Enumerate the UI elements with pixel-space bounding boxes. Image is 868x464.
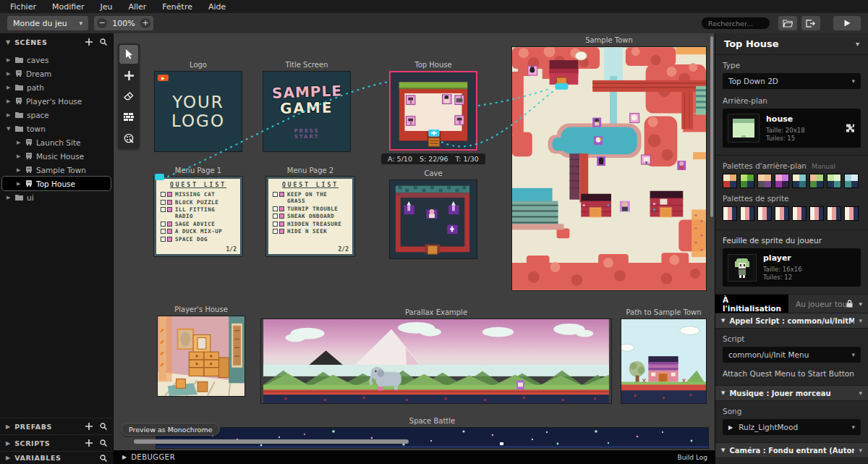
scene-sample-town[interactable]: Sample Town bbox=[511, 46, 707, 291]
inspector-title: Top House bbox=[724, 38, 779, 49]
add-tool-button[interactable] bbox=[119, 66, 138, 85]
toolbar: Monde du jeu ▾ − 100% + bbox=[0, 13, 868, 33]
palette-swatch[interactable] bbox=[844, 206, 859, 221]
tree-item-sample-town[interactable]: ▶Sample Town bbox=[2, 163, 111, 177]
event-camera-fade-header[interactable]: ▼ Caméra : Fondu entrant (Automatic) ▾ bbox=[715, 443, 868, 458]
prefabs-section-header[interactable]: ▶ PREFABS bbox=[0, 418, 113, 434]
search-scripts-button[interactable] bbox=[100, 439, 107, 447]
open-project-folder-button[interactable] bbox=[778, 16, 797, 30]
zoom-in-button[interactable]: + bbox=[140, 18, 150, 28]
tree-item-caves[interactable]: ▶caves bbox=[2, 53, 111, 67]
tree-item-top-house[interactable]: ▶Top House bbox=[2, 177, 111, 190]
event-call-script-header[interactable]: ▼ Appel Script : common/ui/InitMenu ▾ bbox=[715, 313, 868, 329]
tab-on-init[interactable]: À l'initialisation bbox=[715, 295, 788, 313]
select-tool-button[interactable] bbox=[119, 45, 138, 64]
build-log-link[interactable]: Build Log bbox=[677, 454, 707, 461]
play-icon[interactable]: ▶ bbox=[728, 424, 733, 431]
inspector-header[interactable]: Top House ▾ bbox=[715, 33, 868, 55]
tree-item-players-house[interactable]: ▶Player's House bbox=[2, 94, 111, 108]
scene-logo[interactable]: Logo ▶ YOURLOGO bbox=[154, 71, 242, 152]
menu-aller[interactable]: Aller bbox=[128, 2, 146, 12]
scene-menu-page-2[interactable]: Menu Page 2 QUEST LIST KEEP ON THE GRASS… bbox=[266, 177, 354, 256]
palette-swatch[interactable] bbox=[827, 174, 841, 188]
chevron-down-icon: ▾ bbox=[79, 20, 82, 27]
palette-swatch[interactable] bbox=[775, 206, 789, 221]
scene-players-house[interactable]: Player's House bbox=[157, 316, 245, 397]
tree-item-launch-site[interactable]: ▶Launch Site bbox=[2, 135, 111, 149]
puzzle-piece-icon[interactable] bbox=[846, 124, 855, 133]
eraser-tool-button[interactable] bbox=[119, 87, 138, 106]
scene-top-house[interactable]: Top House bbox=[389, 71, 477, 151]
horizontal-scrollbar[interactable] bbox=[134, 439, 409, 444]
debugger-toggle[interactable]: ▶ DEBUGGER bbox=[122, 453, 175, 461]
search-scenes-button[interactable] bbox=[100, 38, 107, 46]
tree-item-ui[interactable]: ▶ui bbox=[2, 190, 111, 204]
palette-swatch[interactable] bbox=[809, 174, 824, 188]
menu-fichier[interactable]: Fichier bbox=[10, 2, 36, 12]
script-select[interactable]: common/ui/Init Menu ▾ bbox=[723, 347, 861, 363]
caret-right-icon: ▶ bbox=[7, 98, 12, 104]
palette-swatch[interactable] bbox=[792, 174, 807, 188]
palette-swatch[interactable] bbox=[757, 206, 772, 221]
menu-jeu[interactable]: Jeu bbox=[100, 2, 112, 12]
scene-space-battle[interactable]: Space Battle bbox=[156, 427, 709, 449]
scene-menu-page-1[interactable]: Menu Page 1 QUEST LIST MISSING CAT BLOCK… bbox=[154, 177, 242, 256]
scenes-section-header[interactable]: ▼ SCÈNES bbox=[0, 33, 113, 51]
palette-swatch[interactable] bbox=[844, 174, 859, 188]
play-icon bbox=[843, 20, 851, 27]
event-play-music-header[interactable]: ▼ Musique : Jouer morceau ▾ bbox=[715, 386, 868, 401]
chevron-down-icon: ▾ bbox=[851, 77, 855, 85]
player-sprite-card[interactable]: player Taille: 16x16 Tuiles: 12 bbox=[723, 248, 861, 287]
scene-cave[interactable]: Cave bbox=[389, 180, 477, 259]
palette-swatch[interactable] bbox=[809, 206, 824, 221]
palette-swatch[interactable] bbox=[792, 206, 807, 221]
variables-section-header[interactable]: ▶ VARIABLES bbox=[0, 451, 113, 464]
vertical-scrollbar[interactable] bbox=[710, 36, 713, 217]
add-scene-button[interactable] bbox=[85, 38, 93, 46]
menu-modifier[interactable]: Modifier bbox=[52, 2, 84, 12]
top-house-pixel-art bbox=[391, 72, 476, 149]
search-input[interactable] bbox=[708, 20, 763, 28]
scene-title-screen[interactable]: Title Screen SAMPLE GAME PRESSSTART bbox=[263, 71, 351, 152]
background-asset-card[interactable]: house Taille: 20x18 Tuiles: 15 bbox=[723, 109, 861, 148]
tree-item-path[interactable]: ▶path bbox=[2, 80, 111, 94]
palette-swatch[interactable] bbox=[740, 174, 754, 188]
path-town-pixel-art bbox=[621, 319, 706, 403]
tree-item-space[interactable]: ▶space bbox=[2, 108, 111, 122]
gb-studio-app: Fichier Modifier Jeu Aller Fenêtre Aide … bbox=[0, 0, 868, 464]
menu-aide[interactable]: Aide bbox=[208, 2, 226, 12]
search-variables-button[interactable] bbox=[100, 455, 107, 462]
palette-swatch[interactable] bbox=[775, 174, 789, 188]
add-script-button[interactable] bbox=[85, 439, 93, 447]
search-prefabs-button[interactable] bbox=[100, 423, 107, 430]
tab-on-player-hit[interactable]: Au joueur touch bbox=[788, 295, 846, 313]
colorize-tool-button[interactable] bbox=[119, 129, 138, 148]
scene-type-select[interactable]: Top Down 2D ▾ bbox=[723, 73, 861, 89]
export-button[interactable] bbox=[801, 16, 820, 30]
collision-tool-button[interactable] bbox=[119, 108, 138, 127]
scene-parallax-example[interactable]: Parallax Example bbox=[260, 319, 612, 404]
tree-item-town[interactable]: ▼town bbox=[2, 122, 111, 135]
run-game-button[interactable] bbox=[833, 16, 861, 30]
menu-fenetre[interactable]: Fenêtre bbox=[162, 2, 192, 12]
tree-item-dream[interactable]: ▶Dream bbox=[2, 67, 111, 80]
add-prefab-button[interactable] bbox=[85, 423, 93, 430]
scene-path-to-sample-town[interactable]: Path to Sample Town bbox=[621, 319, 707, 404]
palette-swatch[interactable] bbox=[827, 206, 841, 221]
tree-item-music-house[interactable]: ▶Music House bbox=[2, 149, 111, 163]
palette-swatch[interactable] bbox=[723, 206, 737, 221]
lock-icon[interactable] bbox=[846, 300, 853, 308]
tool-palette bbox=[118, 43, 140, 149]
scene-stats: A: 5/10 S: 22/96 T: 1/30 bbox=[381, 153, 485, 164]
scripts-section-header[interactable]: ▶ SCRIPTS bbox=[0, 434, 113, 451]
palette-swatch[interactable] bbox=[740, 206, 754, 221]
palette-swatch[interactable] bbox=[757, 174, 772, 188]
view-select[interactable]: Monde du jeu ▾ bbox=[7, 16, 88, 30]
zoom-out-button[interactable]: − bbox=[97, 18, 107, 28]
preview-monochrome-button[interactable]: Preview as Monochrome bbox=[121, 423, 220, 436]
zoom-level: 100% bbox=[111, 19, 136, 28]
palette-swatch[interactable] bbox=[723, 174, 737, 188]
song-select[interactable]: ▶ Rulz_LightMood ▾ bbox=[723, 419, 861, 435]
start-position-marker[interactable]: ▶ bbox=[158, 75, 169, 81]
world-canvas[interactable]: Logo ▶ YOURLOGO Title Screen SAMPLE GAME… bbox=[114, 33, 715, 450]
